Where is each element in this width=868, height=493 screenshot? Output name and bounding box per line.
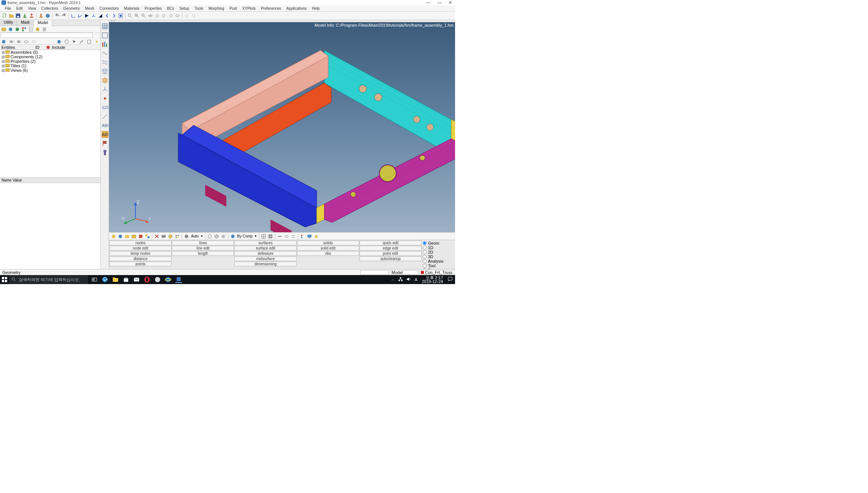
panel-lineedit[interactable]: line edit [172, 246, 234, 251]
tray-ime-icon[interactable]: A [414, 277, 417, 282]
panel-midsurface[interactable]: midsurface [234, 256, 296, 261]
panel-surfaceedit[interactable]: surface edit [234, 246, 296, 251]
view-next-icon[interactable] [111, 13, 117, 19]
vtool-layer-icon[interactable] [102, 68, 108, 75]
disp-line2-icon[interactable] [284, 233, 290, 239]
disp-wire-icon[interactable] [207, 233, 213, 239]
tray-notification-icon[interactable] [448, 277, 453, 283]
disp-mesh1-icon[interactable] [261, 233, 267, 239]
user-profile-icon[interactable] [38, 13, 44, 19]
vtool-shirt-icon[interactable] [102, 149, 108, 156]
pan-icon[interactable] [147, 13, 153, 19]
folder-view-icon[interactable] [1, 26, 7, 32]
tab-model[interactable]: Model [34, 20, 52, 26]
disp-group-icon[interactable] [144, 233, 150, 239]
vtool-123-icon[interactable]: 123 [102, 104, 108, 111]
tab-mask[interactable]: Mask [17, 20, 34, 26]
disp-card-icon[interactable] [161, 233, 167, 239]
undo-view-icon[interactable] [184, 13, 190, 19]
disp-organize-icon[interactable] [167, 233, 173, 239]
disp-line1-icon[interactable] [277, 233, 283, 239]
vtool-flag-icon[interactable] [102, 140, 108, 147]
axis-yz-icon[interactable] [84, 13, 90, 19]
minimize-button[interactable]: — [426, 0, 431, 5]
panel-autocleanup[interactable]: autocleanup [360, 256, 422, 261]
eye2-icon[interactable] [16, 39, 22, 45]
mail-icon[interactable] [133, 276, 140, 283]
eye4-icon[interactable] [31, 39, 37, 45]
vtool-point-icon[interactable] [102, 95, 108, 102]
cursor-icon[interactable] [71, 39, 77, 45]
rotate-right-icon[interactable] [168, 13, 174, 19]
menu-view[interactable]: View [25, 6, 39, 11]
menu-morphing[interactable]: Morphing [206, 6, 227, 11]
maximize-button[interactable]: ▭ [437, 0, 442, 5]
vtool-mesh-icon[interactable] [102, 23, 108, 30]
export-icon[interactable] [29, 13, 35, 19]
axis-xy-icon[interactable] [70, 13, 76, 19]
disp-mesh2-icon[interactable] [267, 233, 273, 239]
show-all-icon[interactable] [1, 39, 7, 45]
panel-distance[interactable]: distance [109, 256, 171, 261]
status-component[interactable]: Con_Frt_Truss [419, 270, 454, 275]
taskview-icon[interactable] [91, 276, 98, 283]
sun-icon[interactable] [94, 39, 100, 45]
page-analysis[interactable]: Analysis [423, 259, 454, 263]
panel-lines[interactable]: lines [172, 240, 234, 245]
menu-file[interactable]: File [2, 6, 14, 11]
eye3-icon[interactable] [23, 39, 29, 45]
list-icon[interactable] [41, 26, 47, 32]
cube-green-icon[interactable] [14, 26, 20, 32]
panel-surfaces[interactable]: surfaces [234, 240, 296, 245]
tab-utility[interactable]: Utility [0, 20, 17, 26]
cube-blue-icon[interactable] [8, 26, 14, 32]
menu-bcs[interactable]: BCs [164, 6, 177, 11]
panel-defeature[interactable]: defeature [234, 251, 296, 256]
cube-multi-icon[interactable] [21, 26, 27, 32]
hypermesh-task-icon[interactable] [175, 276, 182, 283]
open-icon[interactable] [8, 13, 14, 19]
zoom-out-icon[interactable] [141, 13, 147, 19]
redo-icon[interactable] [61, 13, 67, 19]
disp-mass-icon[interactable] [138, 233, 144, 239]
disp-trans-icon[interactable] [220, 233, 226, 239]
redo-view-icon[interactable] [191, 13, 197, 19]
stack-icon[interactable] [56, 39, 62, 45]
panel-nodeedit[interactable]: node edit [109, 246, 171, 251]
rotate-icon[interactable] [154, 13, 160, 19]
3d-viewport[interactable]: Model Info: C:/Program Files/Altair/2019… [109, 22, 455, 232]
search-input[interactable] [1, 33, 93, 38]
zoom-window-icon[interactable] [127, 13, 133, 19]
vtool-wave-icon[interactable] [102, 50, 108, 57]
undo-icon[interactable] [54, 13, 60, 19]
disp-renumber-icon[interactable] [174, 233, 180, 239]
script-icon[interactable] [28, 26, 34, 32]
tree-item-properties[interactable]: ⊞Properties (2) [0, 59, 100, 64]
cube-yellow-icon[interactable] [35, 26, 41, 32]
explorer-icon[interactable] [112, 276, 119, 283]
tray-network-icon[interactable] [398, 277, 403, 283]
wand-icon[interactable] [79, 39, 85, 45]
import-icon[interactable] [22, 13, 28, 19]
status-model[interactable]: Model [390, 270, 418, 275]
new-icon[interactable] [2, 13, 8, 19]
tray-clock[interactable]: 오후 2:17 2019-12-24 [420, 276, 445, 283]
tree-item-components[interactable]: ⊞Components (12) [0, 54, 100, 59]
cube3-icon[interactable] [64, 39, 70, 45]
axis-xz-icon[interactable] [77, 13, 83, 19]
vtool-abc2-icon[interactable]: ABC [102, 131, 108, 138]
panel-dimensioning[interactable]: dimensioning [234, 262, 296, 266]
page-1d[interactable]: 1D [423, 245, 454, 250]
rotate-left-icon[interactable] [161, 13, 167, 19]
menu-help[interactable]: Help [310, 6, 323, 11]
vtool-bar-icon[interactable] [102, 41, 108, 48]
menu-geometry[interactable]: Geometry [61, 6, 82, 11]
taskbar-search[interactable]: 검색하려면 여기에 입력하십시오. [9, 275, 88, 284]
box-icon[interactable] [86, 39, 92, 45]
app-icon[interactable] [154, 276, 161, 283]
component-icon[interactable] [45, 13, 51, 19]
menu-preferences[interactable]: Preferences [258, 6, 284, 11]
tree-item-assemblies[interactable]: ⊞Assemblies (5) [0, 50, 100, 54]
vtool-grid-icon[interactable] [102, 32, 108, 39]
disp-bycomp-icon[interactable] [230, 233, 236, 239]
